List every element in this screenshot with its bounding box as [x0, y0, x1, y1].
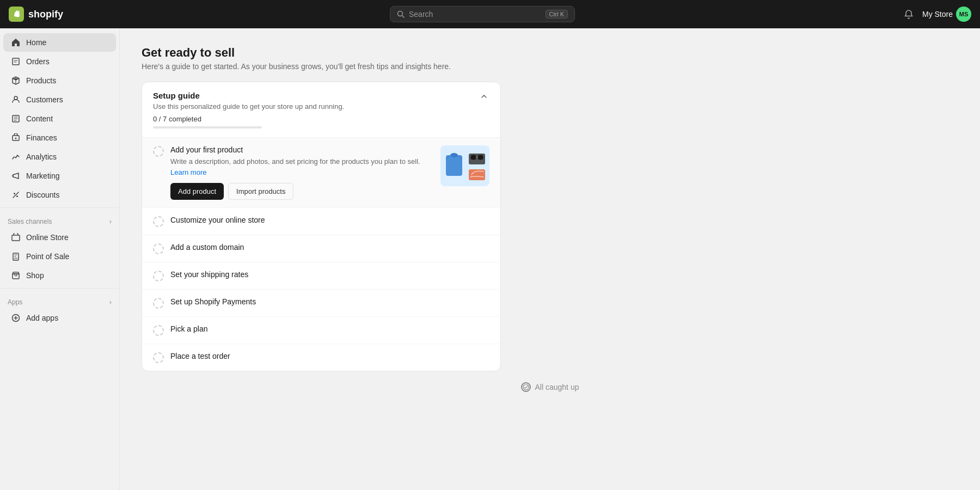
task-product-image	[440, 145, 489, 186]
add-product-button[interactable]: Add product	[170, 183, 224, 200]
sales-channels-section: Sales channels ›	[0, 211, 119, 228]
apps-expand-icon[interactable]: ›	[109, 298, 112, 306]
analytics-icon	[11, 152, 21, 162]
svg-rect-18	[470, 155, 476, 160]
sidebar-item-add-apps[interactable]: Add apps	[3, 309, 116, 327]
task-content-pick-plan: Pick a plan	[170, 324, 489, 333]
topnav-right-actions: My Store MS	[902, 7, 971, 22]
sidebar: Home Orders Products Customers Content	[0, 28, 120, 490]
progress-text: 0 / 7 completed	[153, 115, 344, 123]
svg-point-16	[450, 153, 458, 157]
content-icon	[11, 114, 21, 124]
task-title-test-order: Place a test order	[170, 352, 489, 360]
sidebar-item-marketing[interactable]: Marketing	[3, 167, 116, 185]
sidebar-item-finances[interactable]: Finances	[3, 128, 116, 147]
task-checkbox-shopify-payments[interactable]	[153, 298, 164, 309]
orders-icon	[11, 57, 21, 66]
collapse-button[interactable]	[479, 91, 489, 102]
shopify-logo[interactable]: shopify	[9, 7, 63, 22]
task-content-customize-store: Customize your online store	[170, 216, 489, 224]
sidebar-item-content-label: Content	[26, 114, 53, 123]
sidebar-item-analytics[interactable]: Analytics	[3, 148, 116, 166]
task-item-pick-plan[interactable]: Pick a plan	[142, 317, 500, 344]
sidebar-item-content[interactable]: Content	[3, 109, 116, 128]
task-content-add-product: Add your first product Write a descripti…	[170, 145, 434, 200]
progress-bar-container	[153, 126, 262, 128]
online-store-icon	[11, 232, 21, 242]
task-item-add-product[interactable]: Add your first product Write a descripti…	[142, 138, 500, 208]
task-checkbox-pick-plan[interactable]	[153, 325, 164, 336]
svg-rect-9	[12, 235, 20, 241]
customers-icon	[11, 95, 21, 105]
sidebar-item-products[interactable]: Products	[3, 71, 116, 90]
sidebar-item-pos-label: Point of Sale	[26, 252, 69, 261]
task-content-test-order: Place a test order	[170, 352, 489, 360]
check-circle-icon	[523, 384, 529, 390]
sidebar-item-marketing-label: Marketing	[26, 171, 59, 180]
setup-guide-description: Use this personalized guide to get your …	[153, 102, 344, 111]
task-item-shipping-rates[interactable]: Set your shipping rates	[142, 262, 500, 290]
task-learn-more-link[interactable]: Learn more	[170, 168, 206, 176]
setup-guide-card: Setup guide Use this personalized guide …	[142, 82, 501, 371]
task-checkbox-add-product[interactable]	[153, 146, 164, 157]
sidebar-item-shop-label: Shop	[26, 271, 44, 280]
top-navigation: shopify Search Ctrl K My Store MS	[0, 0, 980, 28]
task-title-customize-store: Customize your online store	[170, 216, 489, 224]
sidebar-item-analytics-label: Analytics	[26, 152, 57, 161]
all-caught-up-label: All caught up	[535, 383, 579, 391]
task-item-custom-domain[interactable]: Add a custom domain	[142, 235, 500, 262]
task-item-customize-store[interactable]: Customize your online store	[142, 208, 500, 235]
task-title-shipping-rates: Set your shipping rates	[170, 270, 489, 279]
store-menu-button[interactable]: My Store MS	[922, 7, 971, 22]
search-placeholder: Search	[409, 10, 541, 19]
logo-text: shopify	[28, 9, 63, 20]
sidebar-item-discounts[interactable]: Discounts	[3, 186, 116, 204]
task-actions-add-product: Add product Import products	[170, 183, 434, 200]
setup-guide-header: Setup guide Use this personalized guide …	[142, 82, 500, 138]
sidebar-item-home[interactable]: Home	[3, 33, 116, 52]
svg-rect-2	[13, 58, 19, 65]
svg-point-8	[16, 195, 18, 197]
task-desc-add-product: Write a description, add photos, and set…	[170, 156, 434, 177]
search-bar[interactable]: Search Ctrl K	[390, 6, 575, 22]
sidebar-item-customers[interactable]: Customers	[3, 90, 116, 109]
chevron-up-icon	[480, 92, 488, 101]
task-checkbox-shipping-rates[interactable]	[153, 271, 164, 281]
sidebar-divider-1	[0, 207, 119, 208]
sidebar-item-discounts-label: Discounts	[26, 191, 59, 199]
sales-channels-expand-icon[interactable]: ›	[109, 218, 112, 225]
svg-point-7	[14, 193, 15, 194]
sidebar-item-home-label: Home	[26, 38, 46, 47]
products-icon	[11, 76, 21, 85]
task-item-shopify-payments[interactable]: Set up Shopify Payments	[142, 290, 500, 317]
sidebar-item-online-store-label: Online Store	[26, 233, 69, 242]
task-title-pick-plan: Pick a plan	[170, 324, 489, 333]
bell-icon	[904, 9, 914, 19]
all-caught-up-section: All caught up	[142, 371, 958, 403]
svg-point-3	[14, 96, 17, 100]
svg-point-1	[398, 11, 403, 16]
page-subtitle: Here's a guide to get started. As your b…	[142, 62, 958, 71]
sidebar-divider-2	[0, 288, 119, 289]
sidebar-item-shop[interactable]: Shop	[3, 266, 116, 285]
task-content-shipping-rates: Set your shipping rates	[170, 270, 489, 279]
task-title-custom-domain: Add a custom domain	[170, 243, 489, 252]
sidebar-item-orders[interactable]: Orders	[3, 52, 116, 71]
avatar: MS	[956, 7, 971, 22]
task-checkbox-custom-domain[interactable]	[153, 243, 164, 254]
caught-up-icon	[521, 382, 531, 392]
page-title: Get ready to sell	[142, 46, 958, 60]
sidebar-item-point-of-sale[interactable]: Point of Sale	[3, 247, 116, 266]
sidebar-item-products-label: Products	[26, 76, 56, 85]
task-content-custom-domain: Add a custom domain	[170, 243, 489, 252]
finances-icon	[11, 133, 21, 143]
task-checkbox-customize-store[interactable]	[153, 216, 164, 227]
task-item-test-order[interactable]: Place a test order	[142, 344, 500, 371]
task-checkbox-test-order[interactable]	[153, 352, 164, 363]
sidebar-item-online-store[interactable]: Online Store	[3, 228, 116, 247]
notifications-button[interactable]	[902, 7, 916, 21]
apps-section: Apps ›	[0, 292, 119, 308]
pos-icon	[11, 252, 21, 261]
sidebar-item-add-apps-label: Add apps	[26, 314, 58, 322]
import-products-button[interactable]: Import products	[228, 183, 293, 200]
